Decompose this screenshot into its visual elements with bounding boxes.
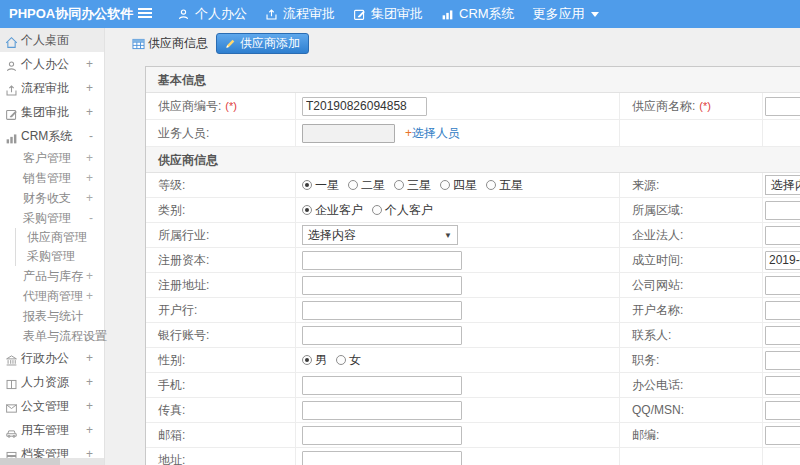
scrollbar-thumb[interactable] <box>0 458 60 465</box>
form-row-fax-qq: 传真: QQ/MSN: <box>146 398 800 423</box>
radio-option-individual[interactable]: 个人客户 <box>372 202 433 219</box>
source-select[interactable]: 选择内容▼ <box>765 175 800 195</box>
select-arrow-icon: ▼ <box>444 231 452 240</box>
radio-option-five-star[interactable]: 五星 <box>486 177 523 194</box>
sidebar-item-label: 采购管理 <box>23 211 71 225</box>
radio-option-two-star[interactable]: 二星 <box>348 177 385 194</box>
choose-staff-link[interactable]: +选择人员 <box>405 125 460 142</box>
fax-input[interactable] <box>302 401 462 420</box>
zip-input[interactable] <box>765 426 800 445</box>
topmenu-group-approval[interactable]: 集团审批 <box>344 0 432 28</box>
staff-input[interactable] <box>302 124 395 143</box>
expand-toggle[interactable]: + <box>86 394 93 418</box>
job-title-input[interactable] <box>765 351 800 370</box>
expand-toggle[interactable]: + <box>86 286 93 306</box>
legal-person-input[interactable] <box>765 226 800 245</box>
industry-select[interactable]: 选择内容▼ <box>302 225 458 245</box>
bank-account-input[interactable] <box>302 326 462 345</box>
collapse-toggle[interactable]: - <box>89 208 93 228</box>
sidebar-item-crm[interactable]: CRM系统 - <box>0 124 104 148</box>
tab-supplier-list[interactable]: 供应商信息 <box>132 35 208 52</box>
email-input[interactable] <box>302 426 462 445</box>
radio[interactable] <box>348 180 358 190</box>
expand-toggle[interactable]: + <box>86 346 93 370</box>
qq-msn-input[interactable] <box>765 401 800 420</box>
supplier-name-input[interactable] <box>765 97 800 116</box>
collapse-toggle[interactable]: - <box>89 124 93 148</box>
expand-toggle[interactable]: + <box>86 370 93 394</box>
category-label: 类别: <box>158 202 185 219</box>
qq-msn-label: QQ/MSN: <box>632 403 684 417</box>
sidebar-item-label: 报表与统计 <box>23 309 83 323</box>
radio-option-enterprise[interactable]: 企业客户 <box>302 202 363 219</box>
sidebar-item-customer-mgmt[interactable]: 客户管理 + <box>0 148 104 168</box>
menu-toggle-button[interactable] <box>138 7 152 22</box>
sidebar-item-vehicle-mgmt[interactable]: 用车管理 + <box>0 418 104 442</box>
topmenu-more-apps[interactable]: 更多应用 <box>524 0 608 28</box>
supplier-no-input[interactable] <box>302 97 427 116</box>
radio[interactable] <box>486 180 496 190</box>
expand-toggle[interactable]: + <box>86 100 93 124</box>
bar-chart-icon <box>441 8 454 21</box>
tab-supplier-add[interactable]: 供应商添加 <box>216 33 309 54</box>
contact-input[interactable] <box>765 326 800 345</box>
expand-toggle[interactable]: + <box>86 148 93 168</box>
website-input[interactable] <box>765 276 800 295</box>
address-input[interactable] <box>302 451 462 465</box>
section-title-basic: 基本信息 <box>146 67 800 93</box>
topmenu-process-approval[interactable]: 流程审批 <box>256 0 344 28</box>
sidebar-item-supplier-mgmt[interactable]: 供应商管理 <box>15 228 104 247</box>
bank-label: 开户行: <box>158 302 197 319</box>
sidebar-item-purchase-mgmt[interactable]: 采购管理 - <box>0 208 104 228</box>
radio-selected[interactable] <box>302 355 312 365</box>
sidebar-item-finance[interactable]: 财务收支 + <box>0 188 104 208</box>
radio-selected[interactable] <box>302 205 312 215</box>
radio-option-four-star[interactable]: 四星 <box>440 177 477 194</box>
mobile-input[interactable] <box>302 376 462 395</box>
account-name-input[interactable] <box>765 301 800 320</box>
sidebar-item-process-approval[interactable]: 流程审批 + <box>0 76 104 100</box>
sidebar-item-group-approval[interactable]: 集团审批 + <box>0 100 104 124</box>
sidebar-item-admin-office[interactable]: 行政办公 + <box>0 346 104 370</box>
sidebar-item-form-flow-settings[interactable]: 表单与流程设置 + <box>0 326 104 346</box>
sidebar-item-reports[interactable]: 报表与统计 <box>0 306 104 326</box>
sidebar-item-product-inventory[interactable]: 产品与库存 + <box>0 266 104 286</box>
sidebar-item-procurement-mgmt[interactable]: 采购管理 <box>15 247 104 266</box>
expand-toggle[interactable]: + <box>86 326 93 346</box>
sidebar-item-agent-mgmt[interactable]: 代理商管理 + <box>0 286 104 306</box>
radio[interactable] <box>440 180 450 190</box>
sidebar-item-hr[interactable]: 人力资源 + <box>0 370 104 394</box>
topmenu-label: CRM系统 <box>459 5 515 23</box>
radio-selected[interactable] <box>302 180 312 190</box>
office-phone-input[interactable] <box>765 376 800 395</box>
expand-toggle[interactable]: + <box>86 76 93 100</box>
reg-address-input[interactable] <box>302 276 462 295</box>
user-icon <box>177 8 190 21</box>
founded-date-input[interactable] <box>765 251 800 270</box>
radio-option-female[interactable]: 女 <box>336 352 361 369</box>
radio-option-male[interactable]: 男 <box>302 352 327 369</box>
sidebar-item-personal-desktop[interactable]: 个人桌面 <box>0 28 104 52</box>
expand-toggle[interactable]: + <box>86 188 93 208</box>
sidebar-item-label: CRM系统 <box>21 129 72 143</box>
radio-option-three-star[interactable]: 三星 <box>394 177 431 194</box>
expand-toggle[interactable]: + <box>86 52 93 76</box>
upload-icon <box>265 8 278 21</box>
sidebar-item-personal-office[interactable]: 个人办公 + <box>0 52 104 76</box>
sidebar-item-document-mgmt[interactable]: 公文管理 + <box>0 394 104 418</box>
expand-toggle[interactable]: + <box>86 168 93 188</box>
radio[interactable] <box>372 205 382 215</box>
bank-input[interactable] <box>302 301 462 320</box>
radio-option-one-star[interactable]: 一星 <box>302 177 339 194</box>
radio[interactable] <box>394 180 404 190</box>
radio[interactable] <box>336 355 346 365</box>
expand-toggle[interactable]: + <box>86 418 93 442</box>
topmenu-personal-office[interactable]: 个人办公 <box>168 0 256 28</box>
top-menu: 个人办公 流程审批 集团审批 CRM系统 更多应用 <box>168 0 608 28</box>
sidebar-item-sales-mgmt[interactable]: 销售管理 + <box>0 168 104 188</box>
topmenu-crm[interactable]: CRM系统 <box>432 0 524 28</box>
expand-toggle[interactable]: + <box>86 266 93 286</box>
region-input[interactable] <box>765 201 800 220</box>
sidebar-scrollbar[interactable] <box>0 458 104 465</box>
capital-input[interactable] <box>302 251 462 270</box>
